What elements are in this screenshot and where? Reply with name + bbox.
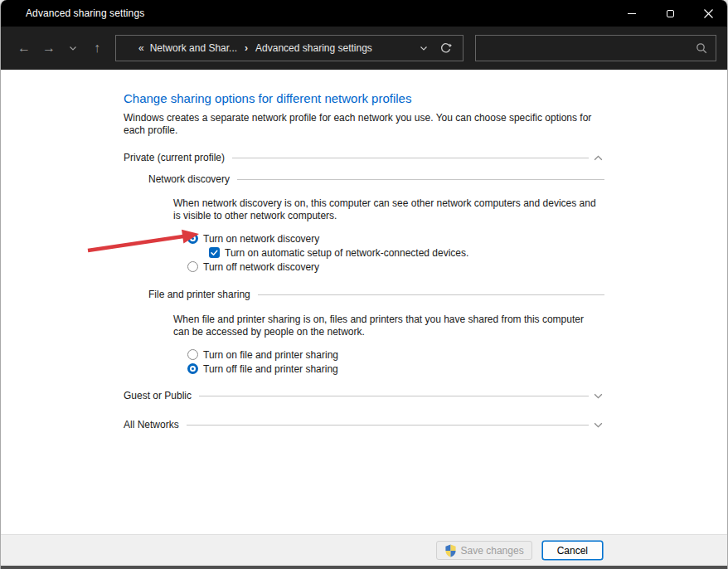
up-button[interactable]: ↑ [85, 36, 109, 61]
guest-or-public-label: Guest or Public [124, 390, 192, 401]
window-controls [613, 0, 727, 27]
option-label[interactable]: Turn on automatic setup of network-conne… [225, 247, 468, 259]
chevron-up-icon [593, 153, 604, 163]
checkmark-icon [210, 248, 219, 257]
radio-button-unchecked-icon[interactable] [187, 261, 198, 272]
window-bottom-edge [1, 566, 727, 569]
section-divider [232, 158, 589, 158]
file-printer-sharing-label: File and printer sharing [148, 289, 250, 300]
address-dropdown-button[interactable] [413, 37, 434, 59]
close-button[interactable] [689, 0, 727, 27]
search-icon [696, 42, 707, 54]
breadcrumb-item-parent[interactable]: Network and Shar... [146, 42, 241, 54]
network-discovery-label: Network discovery [148, 173, 230, 185]
section-private-header: Private (current profile) [124, 151, 604, 164]
annotation-arrow [84, 227, 204, 256]
forward-button[interactable]: → [36, 36, 61, 61]
page-title: Change sharing options for different net… [124, 91, 604, 105]
breadcrumb-item-current[interactable]: Advanced sharing settings [251, 42, 376, 54]
cancel-label: Cancel [557, 545, 588, 557]
minimize-icon [628, 13, 636, 14]
chevron-down-icon [593, 420, 604, 430]
section-divider [237, 179, 604, 180]
chevron-down-icon [69, 44, 77, 52]
minimize-button[interactable] [613, 0, 651, 27]
section-all-networks-header: All Networks [124, 418, 604, 431]
expand-all-networks-button[interactable] [591, 418, 604, 431]
refresh-button[interactable] [434, 37, 456, 59]
option-label[interactable]: Turn off file and printer sharing [203, 363, 338, 375]
maximize-button[interactable] [651, 0, 689, 27]
refresh-icon [439, 42, 452, 55]
file-printer-sharing-description: When file and printer sharing is on, fil… [173, 314, 598, 338]
maximize-icon [667, 10, 674, 17]
cancel-button[interactable]: Cancel [542, 541, 603, 560]
section-divider [187, 425, 589, 426]
advanced-sharing-settings-window: Advanced sharing settings ← → [0, 0, 728, 569]
footer-bar: Save changes Cancel [1, 534, 727, 566]
collapse-private-button[interactable] [591, 151, 604, 164]
option-turn-on-network-discovery[interactable]: Turn on network discovery [187, 231, 604, 246]
chevron-down-icon [593, 391, 604, 401]
up-icon: ↑ [94, 41, 100, 55]
checkbox-checked-icon[interactable] [209, 247, 220, 258]
network-discovery-description: When network discovery is on, this compu… [173, 197, 598, 222]
address-bar[interactable]: « Network and Shar... › Advanced sharing… [115, 35, 463, 61]
content-area: Change sharing options for different net… [1, 70, 727, 534]
forward-icon: → [42, 41, 56, 55]
section-divider [199, 396, 589, 396]
breadcrumb-overflow-chevron[interactable]: « [138, 42, 146, 54]
file-printer-sharing-options: Turn on file and printer sharing Turn of… [187, 348, 604, 376]
navigation-toolbar: ← → ↑ « Network and Shar... › Advanced s… [1, 27, 727, 70]
subsection-network-discovery-header: Network discovery [148, 173, 604, 186]
option-turn-on-file-printer-sharing[interactable]: Turn on file and printer sharing [187, 348, 604, 362]
recent-locations-button[interactable] [61, 36, 85, 61]
search-input[interactable] [484, 41, 696, 55]
back-icon: ← [17, 41, 31, 55]
section-divider [258, 294, 604, 295]
section-guest-or-public-header: Guest or Public [124, 389, 604, 402]
section-private-label: Private (current profile) [124, 152, 225, 163]
titlebar: Advanced sharing settings [1, 0, 727, 27]
intro-text: Windows creates a separate network profi… [124, 112, 595, 137]
option-turn-off-network-discovery[interactable]: Turn off network discovery [187, 260, 604, 274]
uac-shield-icon [444, 544, 457, 557]
radio-button-unchecked-icon[interactable] [187, 349, 198, 360]
breadcrumb-separator-icon: › [241, 42, 251, 54]
option-label[interactable]: Turn off network discovery [203, 261, 319, 273]
chevron-down-icon [420, 44, 428, 52]
all-networks-label: All Networks [124, 419, 179, 430]
close-icon [704, 9, 713, 18]
save-changes-label: Save changes [461, 545, 524, 557]
option-label[interactable]: Turn on file and printer sharing [203, 349, 338, 361]
option-auto-setup-devices[interactable]: Turn on automatic setup of network-conne… [209, 246, 604, 260]
window-title: Advanced sharing settings [26, 7, 144, 19]
network-discovery-options: Turn on network discovery Turn on automa… [187, 231, 604, 274]
save-changes-button[interactable]: Save changes [436, 541, 532, 560]
search-box[interactable] [475, 35, 716, 61]
radio-button-checked-icon[interactable] [187, 363, 198, 374]
expand-guest-or-public-button[interactable] [591, 389, 604, 402]
subsection-file-printer-sharing-header: File and printer sharing [148, 288, 604, 301]
back-button[interactable]: ← [12, 36, 36, 61]
option-label[interactable]: Turn on network discovery [203, 233, 319, 245]
option-turn-off-file-printer-sharing[interactable]: Turn off file and printer sharing [187, 362, 604, 376]
